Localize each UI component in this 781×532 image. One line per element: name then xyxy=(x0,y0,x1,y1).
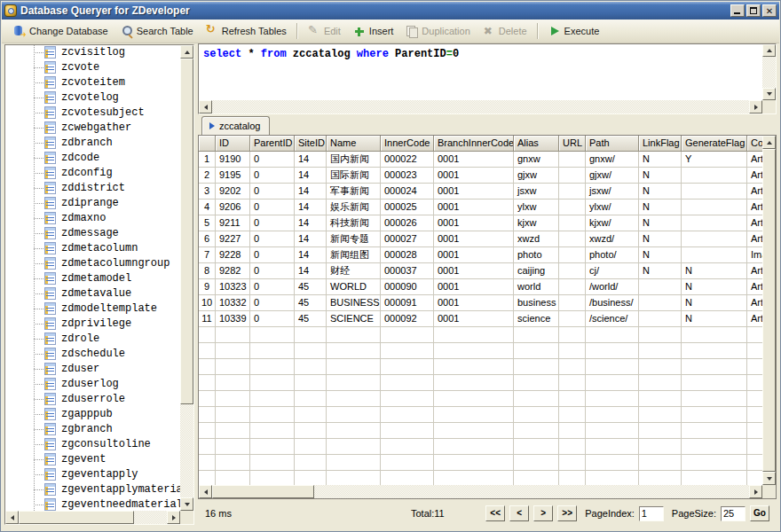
table-row[interactable]: 29195014国际新闻0000230001gjxwgjxw/NArt xyxy=(199,168,762,184)
table-cell[interactable]: 0001 xyxy=(434,279,514,295)
table-cell[interactable]: 10 xyxy=(199,295,216,311)
tree-item-zcwebgather[interactable]: zcwebgather xyxy=(5,121,180,136)
tree-item-zdmodeltemplate[interactable]: zdmodeltemplate xyxy=(5,301,180,317)
table-cell[interactable]: SCIENCE xyxy=(327,311,381,327)
maximize-button[interactable] xyxy=(746,4,761,17)
table-row[interactable]: 910323045WORLD0000900001world/world/NArt xyxy=(199,279,762,295)
table-cell[interactable]: jsxw/ xyxy=(586,184,639,200)
editor-vscrollbar[interactable] xyxy=(762,44,776,100)
table-cell[interactable]: WORLD xyxy=(327,279,381,295)
table-cell[interactable] xyxy=(682,168,747,184)
grid-vscrollbar[interactable] xyxy=(762,136,776,485)
column-header-Alias[interactable]: Alias xyxy=(514,136,559,152)
table-row[interactable]: 1010332045BUSINESS0000910001business/bus… xyxy=(199,295,762,311)
table-cell[interactable]: 9227 xyxy=(216,231,250,247)
table-cell[interactable]: xwzd xyxy=(514,231,559,247)
table-cell[interactable]: 国际新闻 xyxy=(327,168,381,184)
table-cell[interactable]: /business/ xyxy=(586,295,639,311)
table-cell[interactable]: world xyxy=(514,279,559,295)
table-cell[interactable] xyxy=(559,263,586,279)
column-header-BranchInnerCode[interactable]: BranchInnerCode xyxy=(434,136,514,152)
scroll-up-button[interactable] xyxy=(762,44,776,57)
tree-hscrollbar[interactable] xyxy=(5,511,180,524)
table-cell[interactable] xyxy=(682,215,747,231)
tree-item-zdmetamodel[interactable]: zdmetamodel xyxy=(5,271,180,286)
table-cell[interactable]: gnxw xyxy=(514,152,559,168)
table-cell[interactable]: N xyxy=(639,247,682,263)
table-row[interactable]: 69227014新闻专题0000270001xwzdxwzd/NArt xyxy=(199,231,762,247)
table-cell[interactable]: 科技新闻 xyxy=(327,215,381,231)
tree-item-zdmetavalue[interactable]: zdmetavalue xyxy=(5,286,180,301)
tree-item-zduser[interactable]: zduser xyxy=(5,362,180,377)
table-cell[interactable]: N xyxy=(682,311,747,327)
scroll-down-button[interactable] xyxy=(762,472,776,485)
table-cell[interactable]: gjxw/ xyxy=(586,168,639,184)
tab-zccatalog[interactable]: zccatalog xyxy=(201,116,270,135)
table-cell[interactable]: 000028 xyxy=(381,247,434,263)
table-cell[interactable]: 0 xyxy=(250,311,295,327)
table-cell[interactable]: 10332 xyxy=(216,295,250,311)
table-cell[interactable]: /world/ xyxy=(586,279,639,295)
table-cell[interactable]: 0 xyxy=(250,200,295,215)
grid-hscrollbar[interactable] xyxy=(199,485,762,498)
table-cell[interactable]: 14 xyxy=(295,247,327,263)
table-cell[interactable]: 10339 xyxy=(216,311,250,327)
scroll-down-button[interactable] xyxy=(180,497,193,511)
table-cell[interactable]: N xyxy=(639,215,682,231)
tree-item-zdcode[interactable]: zdcode xyxy=(5,151,180,166)
table-cell[interactable] xyxy=(559,215,586,231)
scroll-right-button[interactable] xyxy=(749,485,762,498)
table-cell[interactable]: 0 xyxy=(250,247,295,263)
column-header-rownum[interactable] xyxy=(199,136,216,152)
table-cell[interactable]: 2 xyxy=(199,168,216,184)
table-cell[interactable]: 9228 xyxy=(216,247,250,263)
tree-item-zcvoteitem[interactable]: zcvoteitem xyxy=(5,75,180,90)
tree-item-zddistrict[interactable]: zddistrict xyxy=(5,181,180,196)
tree-item-zdmetacolumngroup[interactable]: zdmetacolumngroup xyxy=(5,256,180,271)
scroll-left-button[interactable] xyxy=(199,100,212,113)
table-cell[interactable]: 45 xyxy=(295,295,327,311)
table-cell[interactable]: Art xyxy=(747,295,762,311)
table-cell[interactable]: Ima xyxy=(747,247,762,263)
tree-item-zdbranch[interactable]: zdbranch xyxy=(5,136,180,151)
table-cell[interactable] xyxy=(682,184,747,200)
table-cell[interactable]: kjxw xyxy=(514,215,559,231)
table-cell[interactable]: 7 xyxy=(199,247,216,263)
tree-item-zcvisitlog[interactable]: zcvisitlog xyxy=(5,45,180,60)
tree-hscroll-thumb[interactable] xyxy=(19,511,134,524)
table-cell[interactable]: photo xyxy=(514,247,559,263)
table-cell[interactable] xyxy=(639,295,682,311)
table-cell[interactable]: 国内新闻 xyxy=(327,152,381,168)
table-cell[interactable]: 8 xyxy=(199,263,216,279)
table-cell[interactable]: Art xyxy=(747,215,762,231)
tree-item-zcvotelog[interactable]: zcvotelog xyxy=(5,90,180,106)
tree-item-zcvotesubject[interactable]: zcvotesubject xyxy=(5,106,180,121)
column-header-LinkFlag[interactable]: LinkFlag xyxy=(639,136,682,152)
table-cell[interactable]: 0 xyxy=(250,279,295,295)
table-cell[interactable]: 0001 xyxy=(434,263,514,279)
table-cell[interactable]: 0 xyxy=(250,215,295,231)
table-cell[interactable]: N xyxy=(639,168,682,184)
table-cell[interactable]: N xyxy=(682,279,747,295)
search-table-button[interactable]: Search Table xyxy=(114,22,200,40)
close-button[interactable]: ✕ xyxy=(762,4,777,17)
table-cell[interactable]: BUSINESS xyxy=(327,295,381,311)
table-cell[interactable]: business xyxy=(514,295,559,311)
table-cell[interactable]: caijing xyxy=(514,263,559,279)
last-page-button[interactable]: >> xyxy=(557,505,577,521)
grid-hscroll-thumb[interactable] xyxy=(212,485,314,498)
table-cell[interactable]: Art xyxy=(747,200,762,215)
tree-item-zgevent[interactable]: zgevent xyxy=(5,452,180,467)
table-cell[interactable]: 新闻专题 xyxy=(327,231,381,247)
table-cell[interactable]: 000022 xyxy=(381,152,434,168)
scroll-up-button[interactable] xyxy=(762,136,776,149)
table-cell[interactable]: 14 xyxy=(295,168,327,184)
table-cell[interactable]: 14 xyxy=(295,152,327,168)
table-cell[interactable] xyxy=(559,295,586,311)
table-cell[interactable]: 0001 xyxy=(434,295,514,311)
table-cell[interactable]: N xyxy=(639,152,682,168)
scroll-down-button[interactable] xyxy=(762,88,776,100)
table-row[interactable]: 59211014科技新闻0000260001kjxwkjxw/NArt xyxy=(199,215,762,231)
table-cell[interactable]: 14 xyxy=(295,231,327,247)
table-cell[interactable]: 1 xyxy=(199,152,216,168)
